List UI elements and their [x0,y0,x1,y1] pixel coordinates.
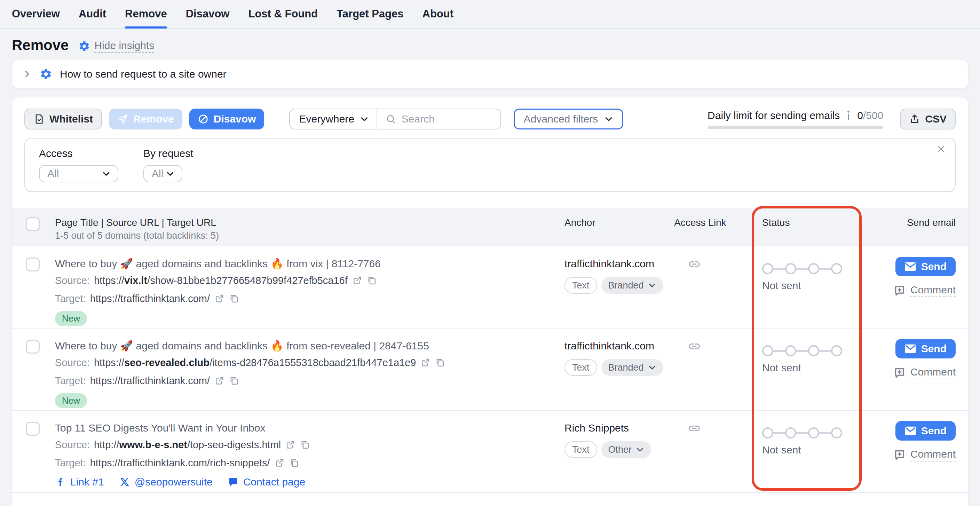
table-row: Where to buy 🚀 aged domains and backlink… [12,247,968,328]
status-stepper [762,427,861,439]
disavow-button[interactable]: Disavow [189,108,264,129]
table-header: Page Title | Source URL | Target URL 1-5… [12,208,968,247]
scope-dropdown[interactable]: Everywhere [290,113,376,125]
link-icon[interactable] [688,422,732,435]
backlinks-panel: Whitelist Remove Disavow Everywhere [12,97,968,506]
comment-plus-icon [894,449,905,461]
access-filter-select[interactable]: All [39,165,118,182]
chevron-down-icon [604,115,613,124]
csv-export-button[interactable]: CSV [900,108,956,129]
tab-disavow[interactable]: Disavow [186,0,230,28]
x-icon [119,477,130,487]
send-button[interactable]: Send [896,339,956,358]
anchor-text: trafficthinktank.com [565,338,669,353]
column-page-title: Page Title | Source URL | Target URL 1-5… [55,208,565,241]
external-link-icon[interactable] [285,439,296,450]
copy-icon[interactable] [229,293,239,304]
new-badge: New [55,311,87,326]
backlink-title: Top 11 SEO Digests You'll Want in Your I… [55,420,565,436]
external-link-icon[interactable] [214,376,224,386]
by-request-filter-label: By request [143,148,193,159]
anchor-category-pill[interactable]: Branded [601,359,663,376]
target-url-line: Target: https://trafficthinktank.com/ [55,290,565,308]
by-request-filter-select[interactable]: All [143,165,182,182]
anchor-category-pill[interactable]: Other [601,441,651,458]
envelope-icon [904,426,916,436]
anchor-type-pill[interactable]: Text [565,277,597,294]
chevron-right-icon[interactable] [22,69,32,79]
search-input[interactable] [402,113,492,125]
envelope-icon [904,344,916,354]
anchor-type-pill[interactable]: Text [565,441,597,458]
paper-plane-icon [117,113,129,124]
tab-overview[interactable]: Overview [12,0,60,28]
anchor-type-pill[interactable]: Text [565,359,597,376]
status-text: Not sent [762,280,861,292]
tab-about[interactable]: About [423,0,454,28]
target-url-line: Target: https://trafficthinktank.com/ [55,372,565,390]
hide-insights-toggle[interactable]: Hide insights [78,40,154,53]
row-checkbox[interactable] [26,422,40,436]
column-access-link: Access Link [669,208,732,228]
page-header: Remove Hide insights [0,29,980,60]
anchor-text: Rich Snippets [565,420,669,436]
comment-button[interactable]: Comment [894,366,956,379]
close-icon[interactable] [936,144,946,154]
table-summary: 1-5 out of 5 domains (total backlinks: 5… [55,231,565,241]
filter-panel: Access All By request All [24,138,956,192]
x-twitter-link[interactable]: @seopowersuite [119,476,213,488]
link-icon[interactable] [688,340,732,353]
copy-icon[interactable] [229,376,239,386]
tab-target-pages[interactable]: Target Pages [337,0,403,28]
copy-icon[interactable] [366,275,377,286]
source-url-line: Source: https://seo-revealed.club/items-… [55,353,565,372]
hide-insights-label: Hide insights [94,40,154,53]
anchor-category-pill[interactable]: Branded [601,277,663,294]
contact-page-link[interactable]: Contact page [228,476,305,488]
send-button[interactable]: Send [896,257,956,276]
tab-lost-and-found[interactable]: Lost & Found [248,0,318,28]
app-window: Overview Audit Remove Disavow Lost & Fou… [0,0,980,506]
comment-plus-icon [894,285,905,296]
chevron-down-icon [102,169,111,178]
select-all-checkbox[interactable] [26,217,40,231]
tab-remove[interactable]: Remove [125,0,167,28]
source-url: https://seo-revealed.club/items-d28476a1… [94,357,416,369]
comment-button[interactable]: Comment [894,448,956,461]
target-url-line: Target: https://trafficthinktank.com/ric… [55,454,565,472]
column-status: Status [732,208,861,228]
envelope-icon [904,261,916,272]
source-url-line: Source: https://vix.lt/show-81bbe1b27766… [55,271,565,290]
send-button[interactable]: Send [896,421,956,441]
facebook-link[interactable]: Link #1 [55,476,104,488]
search-box [377,113,500,125]
whitelist-button[interactable]: Whitelist [24,108,102,129]
remove-button[interactable]: Remove [109,108,182,129]
info-icon[interactable] [846,110,851,121]
external-link-icon[interactable] [274,458,285,468]
chevron-down-icon [360,115,369,124]
external-link-icon[interactable] [420,357,431,368]
scope-search-group: Everywhere [289,108,501,129]
row-checkbox[interactable] [26,258,40,271]
link-icon[interactable] [688,258,732,271]
chat-bubble-icon [228,477,239,487]
comment-button[interactable]: Comment [894,284,956,297]
page-title: Remove [12,37,68,54]
howto-banner[interactable]: How to send request to a site owner [12,60,968,88]
status-stepper [762,345,861,356]
search-icon [386,114,396,124]
external-link-icon[interactable] [352,275,362,286]
copy-icon[interactable] [300,439,310,450]
copy-icon[interactable] [289,458,299,468]
row-checkbox[interactable] [26,340,40,353]
advanced-filters-dropdown[interactable]: Advanced filters [514,108,623,129]
social-links-row: Link #1 @seopowersuite Contact page [55,476,565,488]
status-stepper [762,263,861,274]
comment-plus-icon [894,367,905,379]
external-link-icon[interactable] [214,293,224,304]
target-url: https://trafficthinktank.com/rich-snippe… [90,457,270,469]
tab-audit[interactable]: Audit [79,0,106,28]
copy-icon[interactable] [435,357,445,368]
column-anchor: Anchor [565,208,669,228]
